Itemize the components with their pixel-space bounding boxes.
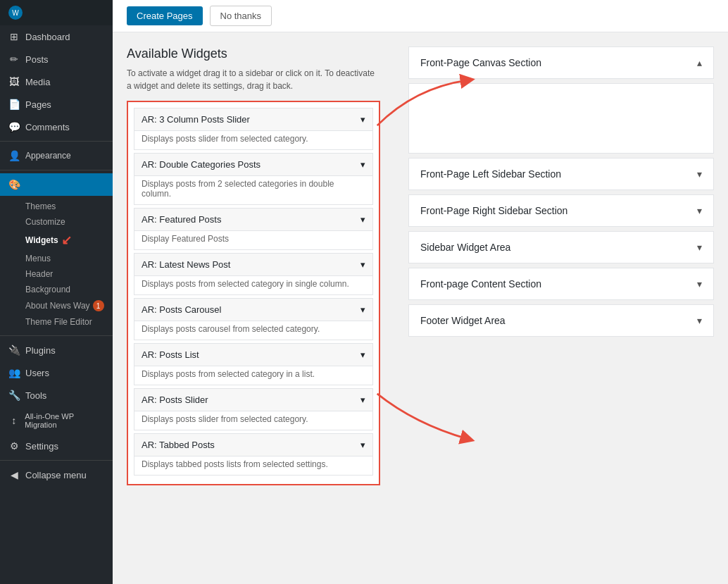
widget-item[interactable]: AR: Posts Slider ▾ Displays posts slider… <box>134 388 373 430</box>
sidebar-item-label: Comments <box>25 122 70 132</box>
widget-area-label: Sidebar Widget Area <box>420 242 510 253</box>
sidebar-item-collapse[interactable]: ◀ Collapse menu <box>0 464 113 486</box>
sidebar-item-tools[interactable]: 🔧 Tools <box>0 384 113 406</box>
sidebar-item-label: All-in-One WP Migration <box>25 412 104 429</box>
widget-desc: Displays posts from selected category in… <box>134 366 372 385</box>
widget-item[interactable]: AR: Tabbed Posts ▾ Displays tabbed posts… <box>134 433 373 476</box>
sidebar-item-label: Collapse menu <box>25 470 87 480</box>
chevron-down-icon: ▾ <box>360 440 365 450</box>
widget-area-front-page-content[interactable]: Front-page Content Section ▾ <box>408 268 714 300</box>
widget-area-label: Front-Page Canvas Section <box>420 57 541 68</box>
create-pages-button[interactable]: Create Pages <box>127 6 203 25</box>
widget-header: AR: 3 Column Posts Slider ▾ <box>134 108 372 130</box>
no-thanks-button[interactable]: No thanks <box>210 6 272 26</box>
widget-desc: Displays posts slider from selected cate… <box>134 411 372 430</box>
widget-header: AR: Tabbed Posts ▾ <box>134 434 372 456</box>
tools-icon: 🔧 <box>8 390 20 401</box>
sidebar-sep-4 <box>0 460 113 461</box>
sidebar-item-posts[interactable]: ✏ Posts <box>0 48 113 70</box>
widget-item[interactable]: AR: Double Categories Posts ▾ Displays p… <box>134 153 373 205</box>
ultimate-member-icon: 👤 <box>8 150 20 161</box>
widget-item[interactable]: AR: Latest News Post ▾ Displays posts fr… <box>134 253 373 295</box>
about-news-way-label: About News Way <box>25 301 90 311</box>
sidebar-sep-1 <box>0 141 113 142</box>
dashboard-icon: ⊞ <box>8 31 20 42</box>
sidebar-item-about-news-way[interactable]: About News Way 1 <box>20 297 113 314</box>
widget-name: AR: Posts List <box>142 349 199 360</box>
sidebar-item-settings[interactable]: ⚙ Settings <box>0 435 113 457</box>
sidebar-item-all-in-one[interactable]: ↕ All-in-One WP Migration <box>0 406 113 435</box>
sidebar-item-appearance[interactable]: 🎨 <box>0 173 113 196</box>
chevron-down-icon: ▾ <box>360 159 365 170</box>
widget-area-front-page-left[interactable]: Front-Page Left Sidebar Section ▾ <box>408 158 714 190</box>
widget-header: AR: Posts List ▾ <box>134 344 372 366</box>
widget-name: AR: Latest News Post <box>142 259 230 270</box>
sidebar-item-label: Users <box>25 368 49 378</box>
widget-header: AR: Latest News Post ▾ <box>134 254 372 275</box>
widget-item[interactable]: AR: Featured Posts ▾ Display Featured Po… <box>134 208 373 250</box>
chevron-down-icon: ▾ <box>697 242 702 253</box>
widget-desc: Displays posts from selected category in… <box>134 275 372 294</box>
top-bar: Create Pages No thanks <box>113 0 728 32</box>
sidebar-item-themes[interactable]: Themes <box>20 199 113 214</box>
widget-header: AR: Posts Carousel ▾ <box>134 299 372 321</box>
widget-area-label: Front-Page Left Sidebar Section <box>420 168 561 180</box>
sidebar-sep-3 <box>0 335 113 336</box>
sidebar-item-media[interactable]: 🖼 Media <box>0 70 113 93</box>
pages-icon: 📄 <box>8 99 20 110</box>
widget-desc: Displays tabbed posts lists from selecte… <box>134 456 372 475</box>
sidebar-item-widgets[interactable]: Widgets ↙ <box>20 230 113 251</box>
sidebar-item-dashboard[interactable]: ⊞ Dashboard <box>0 25 113 48</box>
collapse-icon: ◀ <box>8 469 20 480</box>
settings-icon: ⚙ <box>8 440 20 452</box>
users-icon: 👥 <box>8 367 20 378</box>
sidebar-item-ultimate-member[interactable]: 👤 Appearance <box>0 144 113 167</box>
widget-header: AR: Double Categories Posts ▾ <box>134 154 372 175</box>
sidebar-item-header[interactable]: Header <box>20 266 113 282</box>
sidebar-logo: W <box>0 0 113 25</box>
sidebar-item-label: Appearance <box>25 151 71 161</box>
media-icon: 🖼 <box>8 76 20 87</box>
widget-area-footer[interactable]: Footer Widget Area ▾ <box>408 304 714 337</box>
widget-item[interactable]: AR: Posts Carousel ▾ Displays posts caro… <box>134 298 373 340</box>
available-widgets-desc: To activate a widget drag it to a sideba… <box>127 67 380 92</box>
sidebar-item-label: Settings <box>25 441 58 452</box>
sidebar-item-background[interactable]: Background <box>20 282 113 297</box>
widget-item[interactable]: AR: 3 Column Posts Slider ▾ Displays pos… <box>134 108 373 150</box>
widget-area-front-page-canvas[interactable]: Front-Page Canvas Section ▴ <box>408 46 714 79</box>
sidebar-item-label: Plugins <box>25 345 56 356</box>
chevron-down-icon: ▾ <box>697 205 702 216</box>
sidebar-item-customize[interactable]: Customize <box>20 214 113 230</box>
widget-item[interactable]: AR: Posts List ▾ Displays posts from sel… <box>134 343 373 385</box>
chevron-down-icon: ▾ <box>360 394 365 405</box>
sidebar-item-users[interactable]: 👥 Users <box>0 361 113 384</box>
chevron-down-icon: ▾ <box>360 214 365 225</box>
sidebar-item-label: Posts <box>25 54 49 65</box>
available-widgets-title: Available Widgets <box>127 46 380 61</box>
main-content: Create Pages No thanks Available Widgets… <box>113 0 728 584</box>
chevron-up-icon: ▴ <box>697 57 702 68</box>
sidebar: W ⊞ Dashboard ✏ Posts 🖼 Media 📄 Pages 💬 … <box>0 0 113 584</box>
posts-icon: ✏ <box>8 54 20 65</box>
widget-desc: Displays posts carousel from selected ca… <box>134 321 372 340</box>
widget-area-sidebar[interactable]: Sidebar Widget Area ▾ <box>408 231 714 263</box>
sidebar-item-label: Dashboard <box>25 32 70 42</box>
sidebar-item-comments[interactable]: 💬 Comments <box>0 116 113 138</box>
chevron-down-icon: ▾ <box>360 259 365 270</box>
sidebar-item-plugins[interactable]: 🔌 Plugins <box>0 339 113 361</box>
chevron-down-icon: ▾ <box>697 168 702 180</box>
sidebar-item-pages[interactable]: 📄 Pages <box>0 93 113 116</box>
widget-area-label: Front-page Content Section <box>420 278 541 290</box>
sidebar-item-menus[interactable]: Menus <box>20 251 113 266</box>
widget-desc: Displays posts from 2 selected categorie… <box>134 175 372 204</box>
widget-area-label: Footer Widget Area <box>420 315 506 326</box>
widget-area-front-page-right[interactable]: Front-Page Right Sidebar Section ▾ <box>408 194 714 227</box>
widgets-arrow: ↙ <box>61 232 72 248</box>
chevron-down-icon: ▾ <box>360 304 365 315</box>
wp-logo-icon: W <box>8 6 23 20</box>
widget-name: AR: Posts Carousel <box>142 304 221 315</box>
sidebar-item-label: Tools <box>25 390 46 401</box>
sidebar-sep-2 <box>0 170 113 170</box>
sidebar-item-theme-file-editor[interactable]: Theme File Editor <box>20 314 113 330</box>
widget-name: AR: 3 Column Posts Slider <box>142 114 250 125</box>
